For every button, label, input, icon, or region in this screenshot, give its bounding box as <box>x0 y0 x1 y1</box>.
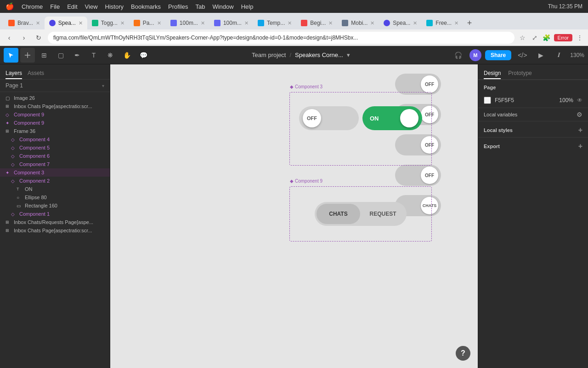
page-chevron[interactable]: ▾ <box>102 83 104 88</box>
error-badge[interactable]: Error <box>554 34 572 41</box>
comment-tool[interactable]: 💬 <box>136 48 151 63</box>
tab-close-begi[interactable]: ✕ <box>328 20 333 26</box>
tab-close-temp[interactable]: ✕ <box>288 20 292 26</box>
address-input[interactable] <box>48 32 514 44</box>
project-chevron[interactable]: ▾ <box>347 52 350 58</box>
right-tab-prototype[interactable]: Prototype <box>508 68 531 79</box>
right-toggle-4-knob: OFF <box>421 167 438 184</box>
menu-profiles[interactable]: Profiles <box>168 3 188 10</box>
layer-comp3[interactable]: ✦ Component 3 <box>0 168 110 177</box>
tab-100m2[interactable]: 100m... ✕ <box>209 17 253 29</box>
layer-comp6[interactable]: ◇ Component 6 <box>0 152 110 160</box>
right-tab-design[interactable]: Design <box>484 68 501 79</box>
menu-help[interactable]: Help <box>241 3 254 10</box>
menu-file[interactable]: File <box>50 3 60 10</box>
opacity-eye-icon[interactable]: 👁 <box>577 97 582 104</box>
menu-view[interactable]: View <box>85 3 98 10</box>
tab-temp[interactable]: Temp... ✕ <box>253 17 296 29</box>
tab-layers[interactable]: Layers <box>6 68 22 79</box>
tab-close-spea2[interactable]: ✕ <box>413 20 417 26</box>
new-tab-button[interactable]: + <box>463 17 476 29</box>
page-name: Page 1 <box>6 82 23 89</box>
tab-brav[interactable]: Brav... ✕ <box>4 17 45 29</box>
tab-free[interactable]: Free... ✕ <box>422 17 463 29</box>
zoom-icon[interactable]: ⤢ <box>530 33 539 42</box>
tab-pa[interactable]: Pa... ✕ <box>129 17 166 29</box>
tab-close-mobi[interactable]: ✕ <box>370 20 374 26</box>
layer-label-on-text: ON <box>25 186 33 192</box>
hand-tool[interactable]: ✋ <box>119 48 134 63</box>
layer-label-image26: Image 26 <box>14 95 35 101</box>
code-view-toggle[interactable]: </> <box>515 48 530 63</box>
panel-page[interactable]: Page 1 ▾ <box>0 80 110 92</box>
present-controls[interactable]: 🎧 <box>451 48 466 63</box>
tab-close-spea[interactable]: ✕ <box>79 20 83 26</box>
tab-togg[interactable]: Togg... ✕ <box>87 17 129 29</box>
layer-rect160[interactable]: ▭ Rectangle 160 <box>0 201 110 210</box>
tab-spea2[interactable]: Spea... ✕ <box>379 17 422 29</box>
bookmark-icon[interactable]: ☆ <box>518 33 527 42</box>
layer-inbox-chats[interactable]: ⊞ Inbox Chats Page[aspectratio:scr... <box>0 102 110 110</box>
layer-frame36[interactable]: ⊞ Frame 36 <box>0 127 110 135</box>
layer-comp9a[interactable]: ◇ Component 9 <box>0 110 110 119</box>
move-tool[interactable] <box>20 48 35 63</box>
layer-comp9b[interactable]: ✦ Component 9 <box>0 119 110 127</box>
local-styles-add-button[interactable]: + <box>578 126 582 134</box>
layer-inbox-req[interactable]: ⊞ Inbox Chats/Requests Page[aspe... <box>0 218 110 226</box>
layer-on-text[interactable]: T ON <box>0 185 110 193</box>
tab-100m1[interactable]: 100m... ✕ <box>166 17 209 29</box>
tab-close-pa[interactable]: ✕ <box>157 20 161 26</box>
select-tool[interactable] <box>4 48 18 63</box>
menu-tab[interactable]: Tab <box>195 3 205 10</box>
layer-label-comp1: Component 1 <box>19 211 50 217</box>
tab-close-100m1[interactable]: ✕ <box>201 20 205 26</box>
titlebar: 🍎 Chrome File Edit View History Bookmark… <box>0 0 588 13</box>
menu-history[interactable]: History <box>105 3 124 10</box>
layer-comp2[interactable]: ◇ Component 2 <box>0 177 110 185</box>
text-tool[interactable]: T <box>86 48 101 63</box>
component-tool[interactable]: ❋ <box>103 48 118 63</box>
extensions-icon[interactable]: 🧩 <box>542 33 551 42</box>
menu-edit[interactable]: Edit <box>67 3 77 10</box>
project-name[interactable]: Speakers Corne... <box>295 52 343 58</box>
frame-tool[interactable]: ⊞ <box>37 48 51 63</box>
canvas[interactable]: OFF OFF OFF OFF CHATS ◆ Comp <box>110 64 478 368</box>
reload-button[interactable]: ↻ <box>33 32 44 43</box>
layer-inbox-chats2[interactable]: ⊞ Inbox Chats Page[aspectratio:scr... <box>0 226 110 235</box>
tab-spea[interactable]: Spea... ✕ <box>45 17 87 29</box>
layer-comp4[interactable]: ◇ Component 4 <box>0 135 110 144</box>
tab-close-togg[interactable]: ✕ <box>120 20 124 26</box>
help-button[interactable]: ? <box>456 346 470 361</box>
menu-icon[interactable]: ⋮ <box>575 33 584 42</box>
zoom-level[interactable]: 130% <box>570 52 584 58</box>
layer-image26[interactable]: ▢ Image 26 <box>0 94 110 102</box>
menu-window[interactable]: Window <box>212 3 233 10</box>
local-variables-icon[interactable]: ⚙ <box>577 111 582 118</box>
back-button[interactable]: ‹ <box>4 32 15 43</box>
share-button[interactable]: Share <box>485 50 511 60</box>
component9-label: ◆ Component 9 <box>290 178 322 184</box>
menu-chrome[interactable]: Chrome <box>22 3 43 10</box>
pen-tool[interactable]: ✒ <box>70 48 85 63</box>
layer-comp1[interactable]: ◇ Component 1 <box>0 210 110 218</box>
tab-favicon-spea2 <box>384 20 390 26</box>
preview-button[interactable]: ▶ <box>533 48 548 63</box>
inspect-mode[interactable]: 𝑰 <box>552 48 566 63</box>
local-styles-label: Local styles <box>484 127 513 133</box>
tab-assets[interactable]: Assets <box>28 68 44 79</box>
toggle-on-knob <box>400 109 418 127</box>
tab-close-free[interactable]: ✕ <box>454 20 458 26</box>
menu-bookmarks[interactable]: Bookmarks <box>131 3 161 10</box>
tab-mobi[interactable]: Mobi... ✕ <box>337 17 379 29</box>
page-color-swatch[interactable] <box>484 97 491 104</box>
layer-ellipse80[interactable]: ○ Ellipse 80 <box>0 193 110 201</box>
tab-close-brav[interactable]: ✕ <box>36 20 40 26</box>
layer-comp7[interactable]: ◇ Component 7 <box>0 160 110 168</box>
shape-tool[interactable]: ▢ <box>53 48 68 63</box>
layer-comp5[interactable]: ◇ Component 5 <box>0 144 110 152</box>
export-add-button[interactable]: + <box>578 142 582 150</box>
tab-begi[interactable]: Begi... ✕ <box>296 17 337 29</box>
titlebar-menu: Chrome File Edit View History Bookmarks … <box>22 3 253 10</box>
tab-close-100m2[interactable]: ✕ <box>244 20 249 26</box>
forward-button[interactable]: › <box>18 32 29 43</box>
